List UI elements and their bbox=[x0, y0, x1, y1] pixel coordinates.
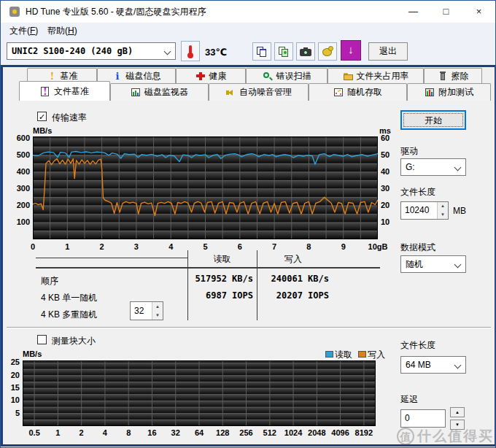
table-header-line bbox=[36, 267, 380, 269]
menu-help[interactable]: 帮助(H) bbox=[43, 23, 82, 39]
tab-aam[interactable]: 自动噪音管理 bbox=[209, 83, 309, 101]
speaker-icon bbox=[225, 88, 236, 97]
screenshot-button[interactable] bbox=[296, 42, 315, 61]
chevron-down-icon bbox=[454, 164, 462, 171]
read-column-header: 读取 bbox=[187, 253, 257, 266]
tab-extra-tests[interactable]: 附加测试 bbox=[407, 83, 491, 101]
table-vline-1 bbox=[187, 250, 188, 320]
4k-single-read-value: 6987 IOPS bbox=[168, 290, 253, 301]
benchmark-icon: ! bbox=[47, 72, 57, 81]
tab-erase[interactable]: 擦除 bbox=[424, 68, 482, 84]
download-arrow-icon: ↓ bbox=[341, 43, 360, 55]
info-icon: i bbox=[112, 72, 123, 81]
copy-text-button[interactable] bbox=[252, 42, 271, 61]
transfer-rate-checkbox[interactable]: ✓ bbox=[37, 112, 47, 121]
tab-folder-usage[interactable]: 文件夹占用率 bbox=[328, 68, 424, 84]
file-length2-label: 文件长度 bbox=[400, 339, 435, 352]
transfer-rate-chart bbox=[33, 136, 378, 239]
watermark-text: 什么值得买 bbox=[417, 427, 494, 446]
spin-up-icon[interactable]: ▲ bbox=[438, 202, 448, 211]
copy-text-icon bbox=[257, 47, 267, 56]
checkmark-icon: ✓ bbox=[39, 112, 45, 121]
copy-image-button[interactable] bbox=[274, 42, 293, 61]
section-separator-highlight bbox=[7, 328, 491, 328]
trash-icon bbox=[438, 72, 448, 81]
app-icon bbox=[9, 7, 20, 17]
spin-down-icon[interactable]: ▼ bbox=[438, 211, 448, 220]
window-title: HD Tune 专业版 5.60 - 硬盘/固态硬盘实用程序 bbox=[26, 1, 206, 23]
toolbar: UNIC2 S100-240 (240 gB) 33℃ bbox=[1, 39, 496, 65]
file-length-label: 文件长度 bbox=[400, 186, 435, 198]
file-length-unit: MB bbox=[453, 206, 466, 216]
row-4k-multi-label: 4 KB 多重随机 bbox=[41, 309, 97, 321]
camera-icon bbox=[300, 47, 310, 57]
tab-health[interactable]: 健康 bbox=[176, 68, 246, 84]
maximize-button[interactable]: □ bbox=[430, 1, 462, 23]
temperature-value: 33℃ bbox=[205, 47, 227, 58]
sequential-write-value: 240061 KB/s bbox=[249, 274, 329, 284]
chevron-down-icon bbox=[454, 362, 462, 369]
file-length-spinner[interactable]: 10240 ▲▼ bbox=[400, 201, 449, 220]
save-results-button[interactable]: ↓ bbox=[341, 40, 361, 61]
drive-label: 驱动 bbox=[400, 145, 418, 158]
tab-disk-monitor[interactable]: 磁盘监视器 bbox=[110, 83, 209, 101]
chart2-legend: 读取 写入 bbox=[325, 349, 385, 361]
tab-error-scan[interactable]: 错误扫描 bbox=[246, 68, 328, 84]
chart1-yunit-right: ms bbox=[379, 126, 391, 135]
4k-single-write-value: 20207 IOPS bbox=[249, 290, 329, 301]
row-sequential-label: 顺序 bbox=[41, 275, 58, 287]
data-pattern-label: 数据模式 bbox=[400, 242, 435, 254]
watermark-badge: 值 bbox=[397, 428, 414, 445]
bar-chart-icon bbox=[131, 88, 141, 97]
block-size-checkbox[interactable] bbox=[37, 335, 47, 344]
start-button[interactable]: 开始 bbox=[400, 110, 466, 130]
extra-tests-icon bbox=[425, 88, 435, 97]
minimize-button[interactable]: — bbox=[397, 1, 430, 23]
delay-label: 延迟 bbox=[400, 393, 418, 406]
read-legend-label: 读取 bbox=[335, 349, 352, 360]
thermometer-icon bbox=[186, 45, 196, 55]
temperature-button[interactable] bbox=[181, 41, 200, 61]
spin-down-icon[interactable]: ▼ bbox=[152, 311, 163, 320]
aam-pet-button[interactable] bbox=[318, 42, 337, 61]
table-vline-2 bbox=[257, 250, 257, 320]
smzdm-watermark: 值 什么值得买 bbox=[397, 427, 494, 446]
scatter-icon bbox=[333, 88, 344, 97]
spin-up-icon[interactable]: ▲ bbox=[152, 302, 163, 311]
read-legend-swatch bbox=[325, 351, 333, 358]
data-pattern-combo[interactable]: 随机 bbox=[400, 255, 466, 273]
tab-file-benchmark[interactable]: ! 文件基准 bbox=[19, 81, 110, 101]
chart1-yunit-left: MB/s bbox=[33, 126, 52, 135]
close-button[interactable]: × bbox=[462, 1, 495, 23]
pet-icon bbox=[322, 46, 332, 55]
delay-spin-up-button[interactable]: ▲ bbox=[450, 407, 465, 417]
health-cross-icon bbox=[195, 72, 206, 81]
block-size-label: 测量块大小 bbox=[52, 335, 96, 347]
copy-image-icon bbox=[279, 47, 289, 56]
transfer-rate-label: 传输速率 bbox=[52, 112, 87, 124]
file-benchmark-icon: ! bbox=[40, 87, 50, 96]
queue-depth-spinner[interactable]: 32 ▲▼ bbox=[130, 301, 163, 320]
chart2-yunit: MB/s bbox=[23, 349, 42, 358]
table-line-left bbox=[36, 258, 187, 258]
menu-file[interactable]: 文件(F) bbox=[5, 23, 42, 39]
write-legend-swatch bbox=[358, 351, 366, 358]
hd-tune-window: HD Tune 专业版 5.60 - 硬盘/固态硬盘实用程序 — □ × 文件(… bbox=[0, 0, 496, 448]
chevron-down-icon bbox=[454, 261, 462, 269]
sequential-read-value: 517952 KB/s bbox=[168, 274, 253, 284]
title-bar: HD Tune 专业版 5.60 - 硬盘/固态硬盘实用程序 — □ × bbox=[1, 1, 496, 23]
exit-button[interactable]: 退出 bbox=[368, 42, 408, 61]
menu-bar: 文件(F) 帮助(H) bbox=[1, 23, 496, 39]
magnifier-icon bbox=[263, 72, 273, 81]
block-size-chart bbox=[23, 360, 376, 426]
delay-input[interactable]: 0 bbox=[400, 409, 446, 428]
drive-combo[interactable]: G: bbox=[400, 158, 466, 176]
tab-random-access[interactable]: 随机存取 bbox=[309, 83, 407, 101]
file-length2-combo[interactable]: 64 MB bbox=[400, 356, 466, 374]
drive-select[interactable]: UNIC2 S100-240 (240 gB) bbox=[7, 42, 176, 60]
write-legend-label: 写入 bbox=[368, 349, 385, 360]
row-4k-single-label: 4 KB 单一随机 bbox=[41, 292, 97, 304]
folder-icon bbox=[343, 72, 353, 81]
write-column-header: 写入 bbox=[257, 253, 330, 266]
chevron-down-icon bbox=[164, 48, 171, 55]
